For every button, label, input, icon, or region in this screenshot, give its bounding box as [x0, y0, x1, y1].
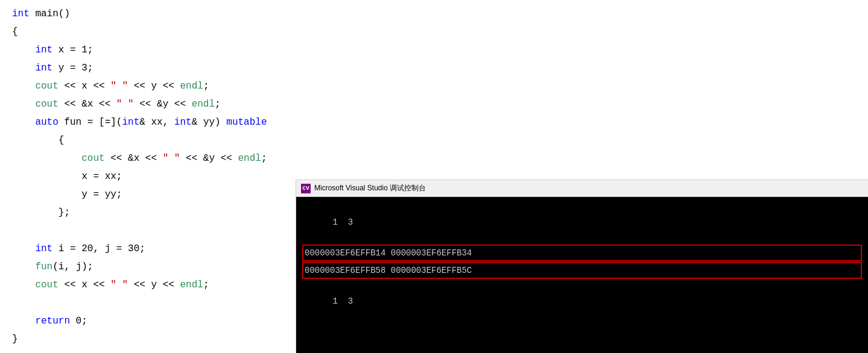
keyword-int-y: int — [35, 59, 52, 77]
keyword-int-main: int — [12, 5, 30, 23]
console-overlay: cv Microsoft Visual Studio 调试控制台 1 3 000… — [296, 180, 868, 353]
code-line-5: cout << x << " " << y << endl; — [12, 77, 868, 95]
code-line-8: { — [12, 131, 868, 149]
code-line-4: int y = 3; — [12, 59, 868, 77]
console-icon: cv — [301, 184, 311, 193]
console-highlight-box2: 0000003EF6EFFB58 0000003EF6EFFB5C — [302, 262, 862, 279]
console-output-path: D:\code\c-plusplus\C++11博客\x64\Debug\C++… — [302, 337, 862, 353]
console-title: Microsoft Visual Studio 调试控制台 — [314, 183, 426, 193]
console-body[interactable]: 1 3 0000003EF6EFFB14 0000003EF6EFFB34 00… — [296, 197, 868, 353]
console-highlight-box1: 0000003EF6EFFB14 0000003EF6EFFB34 — [302, 245, 862, 261]
code-line-6: cout << &x << " " << &y << endl; — [12, 95, 868, 113]
console-output-line5 — [302, 323, 862, 337]
code-line-1: int main() — [12, 5, 868, 23]
code-line-7: auto fun = [=](int& xx, int& yy) mutable — [12, 113, 868, 131]
code-line-3: int x = 1; — [12, 41, 868, 59]
console-output-line1: 1 3 — [302, 201, 862, 244]
console-titlebar: cv Microsoft Visual Studio 调试控制台 — [296, 180, 868, 197]
console-output-line4: 1 3 — [302, 280, 862, 323]
code-line-9: cout << &x << " " << &y << endl; — [12, 149, 868, 167]
code-line-2: { — [12, 23, 868, 41]
keyword-int-x: int — [35, 41, 52, 59]
